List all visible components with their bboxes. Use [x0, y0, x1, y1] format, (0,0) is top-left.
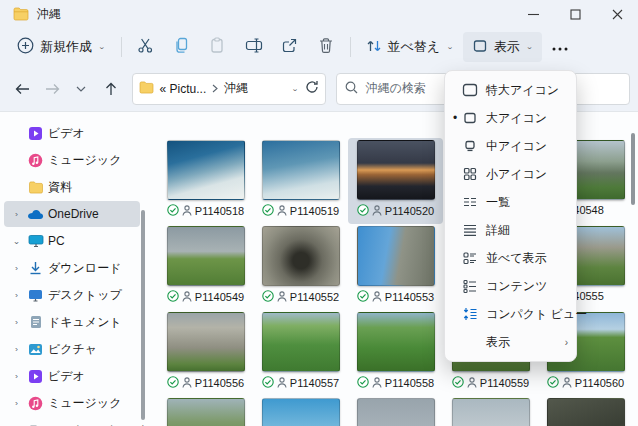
sidebar-item[interactable]: › ローカル ディスク (C	[4, 417, 140, 426]
expand-chevron-icon[interactable]: ⌄	[10, 237, 23, 246]
toolbar-divider	[350, 37, 351, 57]
file-item[interactable]: P1140520	[348, 138, 443, 224]
back-button[interactable]	[8, 74, 37, 104]
view-menu-item[interactable]: 小アイコン ›	[445, 160, 576, 188]
sidebar-scrollbar[interactable]	[141, 210, 145, 420]
up-button[interactable]	[96, 74, 125, 104]
breadcrumb-parent[interactable]: « Pictu...	[160, 82, 207, 96]
file-item[interactable]: P1140519	[253, 138, 348, 224]
file-item[interactable]: P1140558	[348, 310, 443, 396]
sidebar-item[interactable]: › ドキュメント	[4, 309, 140, 335]
sidebar-item-label: ビデオ	[48, 125, 85, 142]
file-item[interactable]: P1140557	[253, 310, 348, 396]
address-bar[interactable]: « Pictu... 沖縄 ⌄	[132, 73, 326, 105]
expand-chevron-icon[interactable]: ›	[10, 399, 23, 408]
address-dropdown-icon[interactable]: ⌄	[291, 85, 299, 93]
view-menu-item-icon	[461, 110, 479, 126]
expand-chevron-icon[interactable]: ›	[10, 291, 23, 300]
sync-check-icon	[262, 204, 274, 218]
sort-button[interactable]: 並べ替え ⌄	[357, 32, 463, 62]
search-placeholder: 沖縄の検索	[366, 80, 426, 97]
rename-button[interactable]	[236, 32, 272, 62]
view-menu-item[interactable]: 詳細 ›	[445, 216, 576, 244]
refresh-icon[interactable]	[305, 80, 319, 97]
file-name: P1140557	[290, 377, 339, 389]
expand-chevron-icon[interactable]: ›	[10, 264, 23, 273]
new-button[interactable]: 新規作成 ⌄	[8, 32, 115, 62]
file-item[interactable]	[253, 396, 348, 426]
content-scrollbar[interactable]	[631, 133, 635, 205]
sidebar-item[interactable]: › ビデオ	[4, 363, 140, 389]
expand-chevron-icon[interactable]: ›	[10, 372, 23, 381]
paste-button[interactable]	[200, 32, 236, 62]
expand-chevron-icon[interactable]: ›	[10, 345, 23, 354]
sidebar-item-label: PC	[48, 234, 65, 248]
view-icon	[472, 38, 488, 57]
sidebar-item[interactable]: › ミュージック	[4, 390, 140, 416]
view-button[interactable]: 表示 ⌄	[463, 32, 543, 62]
chevron-down-icon: ⌄	[98, 43, 106, 51]
see-more-button[interactable]	[542, 32, 578, 62]
view-menu-item-icon	[461, 306, 479, 322]
file-item[interactable]: P1140549	[158, 224, 253, 310]
sidebar-item[interactable]: 資料	[4, 174, 140, 200]
cut-icon	[137, 37, 154, 57]
file-thumbnail	[167, 226, 245, 286]
file-item[interactable]: P1140556	[158, 310, 253, 396]
sidebar-item-icon	[27, 179, 44, 196]
file-item[interactable]: P1140552	[253, 224, 348, 310]
file-name: P1140553	[385, 291, 434, 303]
sidebar-item-label: 資料	[48, 179, 72, 196]
submenu-chevron-icon: ›	[565, 337, 568, 348]
view-menu-item[interactable]: 中アイコン ›	[445, 132, 576, 160]
search-icon	[345, 81, 358, 97]
view-menu-item-icon	[461, 166, 479, 182]
view-menu-item[interactable]: コンテンツ ›	[445, 272, 576, 300]
view-menu-item[interactable]: 表示 ›	[445, 328, 576, 356]
selected-bullet: •	[449, 111, 461, 125]
view-menu-item[interactable]: • 大アイコン ›	[445, 104, 576, 132]
file-item[interactable]	[158, 396, 253, 426]
file-thumbnail	[357, 140, 435, 200]
forward-button[interactable]	[37, 74, 66, 104]
sync-check-icon	[167, 204, 179, 218]
shared-person-icon	[277, 205, 287, 218]
file-item[interactable]: P1140518	[158, 138, 253, 224]
file-name: P1140518	[195, 205, 244, 217]
sidebar-item[interactable]: › ダウンロード	[4, 255, 140, 281]
file-item[interactable]	[348, 396, 443, 426]
expand-chevron-icon[interactable]: ›	[10, 210, 23, 219]
file-item[interactable]	[443, 396, 538, 426]
view-menu-item-icon	[461, 194, 479, 210]
sync-check-icon	[262, 290, 274, 304]
sidebar-item[interactable]: ⌄ PC	[4, 228, 140, 254]
sidebar-item-icon	[27, 260, 44, 277]
view-menu-item[interactable]: 一覧 ›	[445, 188, 576, 216]
file-thumbnail	[262, 140, 340, 200]
close-button[interactable]	[596, 0, 638, 28]
sync-check-icon	[262, 376, 274, 390]
maximize-button[interactable]	[554, 0, 596, 28]
view-menu-item[interactable]: コンパクト ビュー ›	[445, 300, 576, 328]
share-button[interactable]	[272, 32, 308, 62]
file-item[interactable]	[538, 396, 630, 426]
view-menu-item-label: 並べて表示	[486, 250, 568, 267]
sidebar-item[interactable]: › デスクトップ	[4, 282, 140, 308]
expand-chevron-icon[interactable]: ›	[10, 318, 23, 327]
breadcrumb-current[interactable]: 沖縄	[224, 80, 248, 97]
sidebar-item[interactable]: ビデオ	[4, 120, 140, 146]
view-menu-item[interactable]: 特大アイコン ›	[445, 76, 576, 104]
view-menu-item[interactable]: 並べて表示 ›	[445, 244, 576, 272]
recent-locations-button[interactable]	[67, 74, 96, 104]
delete-button[interactable]	[308, 32, 344, 62]
sidebar-item[interactable]: › OneDrive	[4, 201, 140, 227]
sidebar-item[interactable]: › ピクチャ	[4, 336, 140, 362]
file-thumbnail	[547, 398, 625, 426]
sidebar-item[interactable]: ミュージック	[4, 147, 140, 173]
cut-button[interactable]	[128, 32, 164, 62]
copy-button[interactable]	[164, 32, 200, 62]
view-menu-item-label: 一覧	[486, 194, 568, 211]
file-item[interactable]: P1140553	[348, 224, 443, 310]
minimize-button[interactable]	[512, 0, 554, 28]
file-thumbnail	[357, 312, 435, 372]
